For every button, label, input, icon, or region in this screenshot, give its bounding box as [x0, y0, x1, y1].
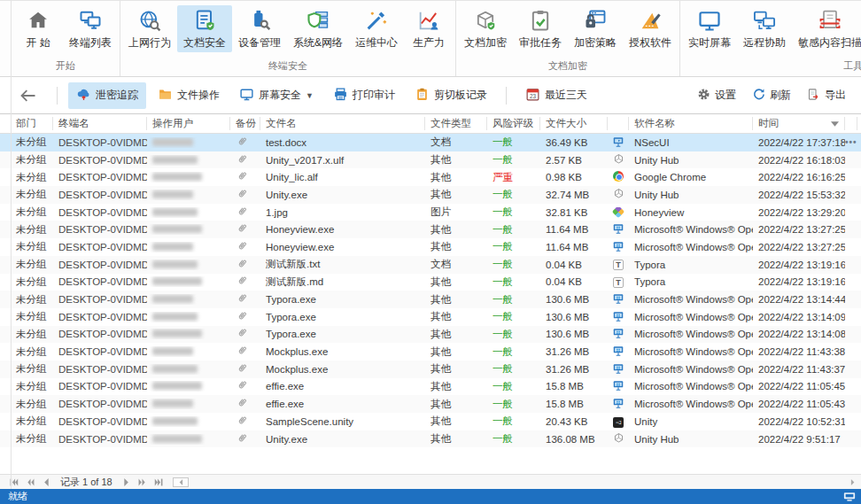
pager-first-button[interactable] — [5, 477, 22, 487]
ribbon-button-encrypt-policy[interactable]: 加密策略 — [568, 5, 623, 52]
table-row[interactable]: 未分组 DESKTOP-0VIDMDJ test.docx 文档 一般 36.4… — [0, 134, 861, 151]
ribbon-button-productivity[interactable]: 生产力 — [404, 5, 454, 52]
table-row[interactable]: 未分组 DESKTOP-0VIDMDJ Mockplus.exe 其他 一般 3… — [0, 361, 861, 378]
toolbar-button-refresh[interactable]: 刷新 — [748, 84, 795, 107]
back-button[interactable] — [19, 87, 37, 105]
ribbon-button-doc-security[interactable]: 文档安全 — [177, 5, 232, 52]
redacted-username — [152, 399, 193, 407]
table-row[interactable]: 未分组 DESKTOP-0VIDMDJ effie.exe 其他 一般 15.8… — [0, 395, 861, 413]
column-header-2[interactable]: 操作用户 — [147, 117, 230, 130]
table-row[interactable]: 未分组 DESKTOP-0VIDMDJ Mockplus.exe 其他 一般 3… — [0, 343, 861, 361]
cell-file-size: 0.04 KB — [540, 276, 608, 287]
ribbon-button-terminal-list[interactable]: 终端列表 — [63, 5, 118, 52]
toolbar-button-clipboard-record[interactable]: 剪切板记录 — [407, 82, 495, 109]
toolbar-button-recent-days[interactable]: 23最近三天 — [517, 82, 595, 109]
cell-file-size: 0.98 KB — [540, 172, 608, 182]
ribbon-button-doc-encrypt[interactable]: 文档加密 — [458, 5, 513, 52]
column-header-6[interactable]: 风险评级 — [487, 117, 540, 130]
pager-last-button[interactable] — [151, 477, 167, 487]
unity-icon: ◅ — [613, 415, 624, 428]
table-row[interactable]: 未分组 DESKTOP-0VIDMDJ Unity_v2017.x.ulf 其他… — [0, 151, 861, 169]
cell-backup[interactable] — [230, 275, 260, 289]
ribbon-button-live-screen[interactable]: 实时屏幕 — [682, 5, 737, 52]
cell-backup[interactable] — [230, 415, 260, 429]
cell-terminal-name: DESKTOP-0VIDMDJ — [53, 224, 147, 235]
cell-backup[interactable] — [230, 188, 260, 202]
table-row[interactable]: 未分组 DESKTOP-0VIDMDJ Typora.exe 其他 一般 130… — [0, 291, 861, 308]
table-row[interactable]: 未分组 DESKTOP-0VIDMDJ Honeyview.exe 其他 一般 … — [0, 238, 861, 256]
cell-backup[interactable] — [230, 153, 260, 167]
cell-department: 未分组 — [11, 223, 53, 236]
cell-backup[interactable] — [230, 362, 260, 376]
cell-department: 未分组 — [11, 345, 53, 359]
table-row[interactable]: 未分组 DESKTOP-0VIDMDJ 1.jpg 图片 一般 32.81 KB… — [0, 204, 861, 221]
ribbon-button-approval-task[interactable]: 审批任务 — [513, 5, 568, 52]
cell-app-icon — [608, 310, 629, 324]
cell-backup[interactable] — [230, 379, 260, 393]
column-header-11[interactable] — [845, 117, 857, 130]
column-header-4[interactable]: 文件名 — [260, 117, 425, 130]
cell-backup[interactable] — [230, 240, 260, 254]
column-header-7[interactable]: 文件大小 — [540, 117, 608, 130]
cell-operator-user — [147, 434, 230, 445]
app-window: 开 始 终端列表 开始 上网行为 文档安全 — [0, 0, 861, 504]
ribbon-button-label: 远程协助 — [743, 35, 786, 50]
cell-backup[interactable] — [230, 327, 260, 341]
table-row[interactable]: 未分组 DESKTOP-0VIDMDJ Typora.exe 其他 一般 130… — [0, 326, 861, 344]
cell-backup[interactable] — [230, 292, 260, 306]
table-row[interactable]: 未分组 DESKTOP-0VIDMDJ 测试新版.txt 文档 一般 0.04 … — [0, 256, 861, 274]
windows-icon — [612, 327, 624, 341]
cell-time: 2022/4/22 11:05:43 — [753, 399, 845, 409]
toolbar-button-print-audit[interactable]: 打印审计 — [325, 82, 403, 109]
table-row[interactable]: 未分组 DESKTOP-0VIDMDJ Unity.exe 其他 一般 136.… — [0, 430, 861, 448]
ribbon-button-device-manage[interactable]: 设备管理 — [232, 5, 287, 52]
cell-backup[interactable] — [230, 397, 260, 411]
cell-backup[interactable] — [230, 170, 260, 184]
toolbar-button-file-ops[interactable]: 文件操作 — [150, 82, 228, 109]
table-row[interactable]: 未分组 DESKTOP-0VIDMDJ SampleScene.unity 其他… — [0, 413, 861, 430]
table-row[interactable]: 未分组 DESKTOP-0VIDMDJ Unity.exe 其他 一般 32.7… — [0, 186, 861, 204]
hscroll-right-button[interactable] — [847, 478, 859, 486]
cell-backup[interactable] — [230, 136, 260, 150]
column-header-3[interactable]: 备份 — [230, 117, 260, 130]
hscroll-left-button[interactable] — [173, 477, 189, 487]
cell-backup[interactable] — [230, 345, 260, 359]
ribbon-button-web-behavior[interactable]: 上网行为 — [122, 5, 177, 52]
toolbar-button-settings[interactable]: 设置 — [693, 84, 741, 107]
table-row[interactable]: 未分组 DESKTOP-0VIDMDJ Honeyview.exe 其他 一般 … — [0, 221, 861, 238]
table-row[interactable]: 未分组 DESKTOP-0VIDMDJ effie.exe 其他 一般 15.8… — [0, 378, 861, 396]
column-header-5[interactable]: 文件类型 — [425, 117, 487, 130]
cell-backup[interactable] — [230, 432, 260, 446]
ribbon-group-label: 终端安全 — [122, 57, 454, 76]
ribbon-group-1: 上网行为 文档安全 设备管理 系统&网络 运维中心 — [120, 1, 456, 76]
ribbon-button-sensitive-scan[interactable]: 敏感内容扫描 — [792, 5, 861, 52]
table-row[interactable]: 未分组 DESKTOP-0VIDMDJ 测试新版.md 其他 一般 0.04 K… — [0, 274, 861, 291]
ribbon-button-remote-assist[interactable]: 远程协助 — [737, 5, 792, 52]
toolbar-button-leak-trace[interactable]: 泄密追踪 — [68, 82, 146, 109]
cell-backup[interactable] — [230, 310, 260, 324]
column-header-8[interactable] — [608, 117, 629, 130]
ribbon-button-system-network[interactable]: 系统&网络 — [287, 5, 349, 52]
pager-prev-button[interactable] — [39, 477, 53, 487]
column-header-10[interactable]: 时间 — [753, 117, 845, 130]
pager-next-button[interactable] — [120, 477, 134, 487]
cell-backup[interactable] — [230, 222, 260, 236]
table-row[interactable]: 未分组 DESKTOP-0VIDMDJ Unity_lic.alf 其他 严重 … — [0, 168, 861, 186]
cell-backup[interactable] — [230, 205, 260, 220]
toolbar-button-screen-security[interactable]: 屏幕安全▼ — [231, 82, 322, 109]
column-header-1[interactable]: 终端名 — [53, 117, 147, 130]
row-more-button[interactable]: ••• — [845, 137, 857, 147]
table-row[interactable]: 未分组 DESKTOP-0VIDMDJ Typora.exe 其他 一般 130… — [0, 308, 861, 326]
pager-fast-prev-button[interactable] — [22, 477, 39, 487]
cell-app-icon — [608, 432, 629, 446]
column-header-9[interactable]: 软件名称 — [629, 117, 753, 130]
ribbon-button-licensed-software[interactable]: 授权软件 — [623, 5, 678, 52]
toolbar-button-export[interactable]: 导出 — [803, 84, 850, 107]
cell-backup[interactable] — [230, 258, 260, 272]
cell-software-name: Unity Hub — [629, 155, 753, 166]
pager-fast-next-button[interactable] — [134, 477, 151, 487]
ribbon-button-home[interactable]: 开 始 — [13, 5, 63, 52]
column-header-0[interactable]: 部门 — [11, 117, 53, 130]
ribbon-button-ops-center[interactable]: 运维中心 — [349, 5, 404, 52]
sub-toolbar: 泄密追踪 文件操作 屏幕安全▼ 打印审计 剪切板记录 23最近三天 设置 刷新 … — [0, 77, 861, 114]
